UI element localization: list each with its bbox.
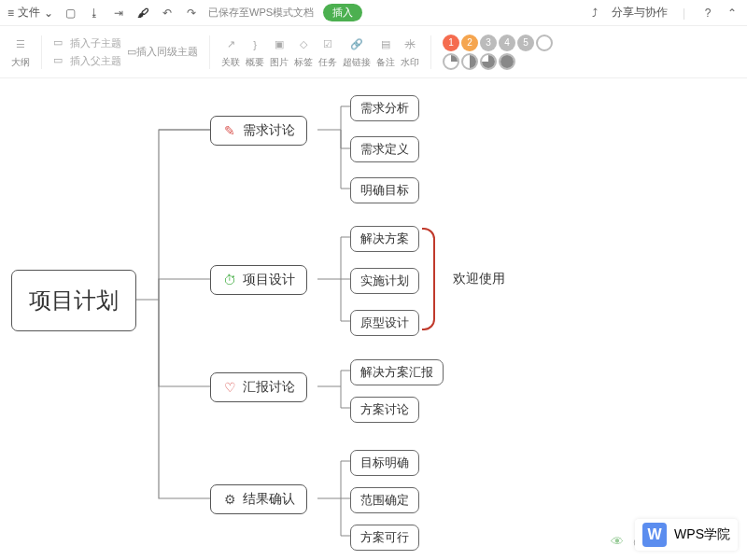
leaf-node[interactable]: 方案讨论 bbox=[350, 397, 419, 423]
image-button[interactable]: ▣图片 bbox=[270, 35, 289, 69]
image-icon: ▣ bbox=[270, 35, 289, 54]
branch-node[interactable]: ✎需求讨论 bbox=[210, 116, 307, 146]
brand-watermark: W WPS学院 bbox=[635, 519, 738, 551]
insert-child-label: 插入子主题 bbox=[70, 36, 121, 50]
leaf-node[interactable]: 需求分析 bbox=[350, 95, 419, 121]
leaf-node[interactable]: 目标明确 bbox=[350, 450, 419, 476]
callout-text[interactable]: 欢迎使用 bbox=[453, 271, 505, 287]
priority-4[interactable]: 4 bbox=[499, 35, 515, 51]
progress-25[interactable] bbox=[443, 53, 459, 70]
leaf-node[interactable]: 需求定义 bbox=[350, 136, 419, 162]
eye-icon[interactable]: 👁 bbox=[611, 534, 624, 549]
download-icon[interactable]: ⭳ bbox=[87, 6, 102, 21]
new-doc-icon[interactable]: ▢ bbox=[63, 6, 78, 21]
leaf-node[interactable]: 实施计划 bbox=[350, 268, 419, 294]
brand-text: WPS学院 bbox=[674, 526, 730, 543]
share-icon[interactable]: ⤴ bbox=[587, 6, 602, 21]
insert-parent-label: 插入父主题 bbox=[70, 54, 121, 68]
task-button[interactable]: ☑任务 bbox=[318, 35, 337, 69]
priority-1[interactable]: 1 bbox=[443, 35, 459, 51]
insert-button[interactable]: 插入 bbox=[323, 4, 362, 21]
leaf-label: 需求定义 bbox=[360, 141, 409, 158]
root-node[interactable]: 项目计划 bbox=[11, 270, 136, 331]
relation-button[interactable]: ↗关联 bbox=[221, 35, 240, 69]
outline-icon: ☰ bbox=[11, 35, 30, 54]
task-label: 任务 bbox=[318, 56, 337, 69]
leaf-label: 实施计划 bbox=[360, 273, 409, 289]
branch-node[interactable]: ⚙结果确认 bbox=[210, 484, 307, 514]
help-icon[interactable]: ? bbox=[700, 6, 715, 21]
leaf-label: 目标明确 bbox=[360, 455, 409, 471]
leaf-label: 方案讨论 bbox=[360, 401, 409, 418]
relation-label: 关联 bbox=[221, 56, 240, 69]
summary-icon: } bbox=[246, 35, 264, 54]
file-label: 文件 bbox=[18, 5, 40, 21]
share-label[interactable]: 分享与协作 bbox=[612, 5, 668, 21]
insert-sibling-icon: ▭ bbox=[127, 46, 136, 57]
leaf-node[interactable]: 方案可行 bbox=[350, 525, 419, 551]
summary-button[interactable]: }概要 bbox=[246, 35, 264, 69]
watermark-button[interactable]: 水水印 bbox=[401, 35, 419, 69]
note-icon: ▤ bbox=[376, 35, 395, 54]
link-icon: 🔗 bbox=[347, 35, 366, 54]
leaf-label: 解决方案 bbox=[360, 231, 409, 247]
export-icon[interactable]: ⇥ bbox=[111, 6, 126, 21]
file-menu[interactable]: ≡ 文件 ⌄ bbox=[7, 5, 53, 21]
watermark-icon: 水 bbox=[401, 35, 419, 54]
save-status: 已保存至WPS模式文档 bbox=[208, 6, 314, 20]
toolbar: ☰ 大纲 ▭插入子主题 ▭插入父主题 ▭插入同级主题 ↗关联 }概要 ▣图片 ◇… bbox=[0, 26, 747, 78]
leaf-node[interactable]: 解决方案 bbox=[350, 226, 419, 252]
redo-icon[interactable]: ↷ bbox=[184, 6, 199, 21]
summary-label: 概要 bbox=[246, 56, 264, 69]
leaf-label: 方案可行 bbox=[360, 529, 409, 546]
label-label: 标签 bbox=[294, 56, 313, 69]
gear-icon: ⚙ bbox=[222, 492, 237, 507]
insert-child-button[interactable]: ▭插入子主题 bbox=[53, 36, 121, 50]
root-label: 项目计划 bbox=[29, 286, 119, 315]
leaf-node[interactable]: 范围确定 bbox=[350, 487, 419, 513]
leaf-label: 范围确定 bbox=[360, 492, 409, 509]
branch-label: 汇报讨论 bbox=[243, 379, 295, 396]
note-button[interactable]: ▤备注 bbox=[376, 35, 395, 69]
image-label: 图片 bbox=[270, 56, 289, 69]
leaf-node[interactable]: 原型设计 bbox=[350, 310, 419, 336]
leaf-node[interactable]: 明确目标 bbox=[350, 177, 419, 203]
progress-50[interactable] bbox=[461, 53, 478, 70]
priority-3[interactable]: 3 bbox=[480, 35, 497, 51]
relation-icon: ↗ bbox=[221, 35, 240, 54]
outline-button[interactable]: ☰ 大纲 bbox=[11, 35, 30, 69]
branch-node[interactable]: ⏱项目设计 bbox=[210, 265, 307, 295]
insert-sibling-label: 插入同级主题 bbox=[136, 46, 198, 57]
branch-label: 需求讨论 bbox=[243, 122, 295, 139]
bulb-icon: ♡ bbox=[222, 380, 237, 395]
branch-node[interactable]: ♡汇报讨论 bbox=[210, 372, 307, 402]
leaf-label: 原型设计 bbox=[360, 315, 409, 331]
hyperlink-label: 超链接 bbox=[343, 56, 371, 69]
mindmap-canvas[interactable]: 项目计划 ✎需求讨论 ⏱项目设计 ♡汇报讨论 ⚙结果确认 需求分析 需求定义 明… bbox=[0, 78, 747, 560]
tag-icon: ◇ bbox=[294, 35, 313, 54]
priority-5[interactable]: 5 bbox=[517, 35, 534, 51]
insert-parent-button[interactable]: ▭插入父主题 bbox=[53, 54, 121, 68]
insert-child-icon: ▭ bbox=[53, 36, 66, 49]
format-painter-icon[interactable]: 🖌 bbox=[135, 6, 150, 21]
hyperlink-button[interactable]: 🔗超链接 bbox=[343, 35, 371, 69]
insert-parent-icon: ▭ bbox=[53, 54, 66, 67]
label-button[interactable]: ◇标签 bbox=[294, 35, 313, 69]
watermark-label: 水印 bbox=[401, 56, 419, 69]
leaf-node[interactable]: 解决方案汇报 bbox=[350, 359, 444, 385]
undo-icon[interactable]: ↶ bbox=[160, 6, 175, 21]
insert-sibling-button[interactable]: ▭插入同级主题 bbox=[127, 45, 198, 59]
summary-bracket bbox=[422, 228, 435, 330]
leaf-label: 需求分析 bbox=[360, 100, 409, 117]
stopwatch-icon: ⏱ bbox=[222, 273, 237, 287]
menubar: ≡ 文件 ⌄ ▢ ⭳ ⇥ 🖌 ↶ ↷ 已保存至WPS模式文档 插入 ⤴ 分享与协… bbox=[0, 0, 747, 26]
priority-2[interactable]: 2 bbox=[461, 35, 478, 51]
progress-75[interactable] bbox=[480, 53, 497, 70]
collapse-icon[interactable]: ⌃ bbox=[725, 6, 740, 21]
task-icon: ☑ bbox=[318, 35, 337, 54]
leaf-label: 明确目标 bbox=[360, 182, 409, 199]
progress-100[interactable] bbox=[499, 53, 515, 70]
progress-0[interactable] bbox=[536, 35, 553, 51]
leaf-label: 解决方案汇报 bbox=[360, 364, 433, 381]
note-label: 备注 bbox=[376, 56, 395, 69]
